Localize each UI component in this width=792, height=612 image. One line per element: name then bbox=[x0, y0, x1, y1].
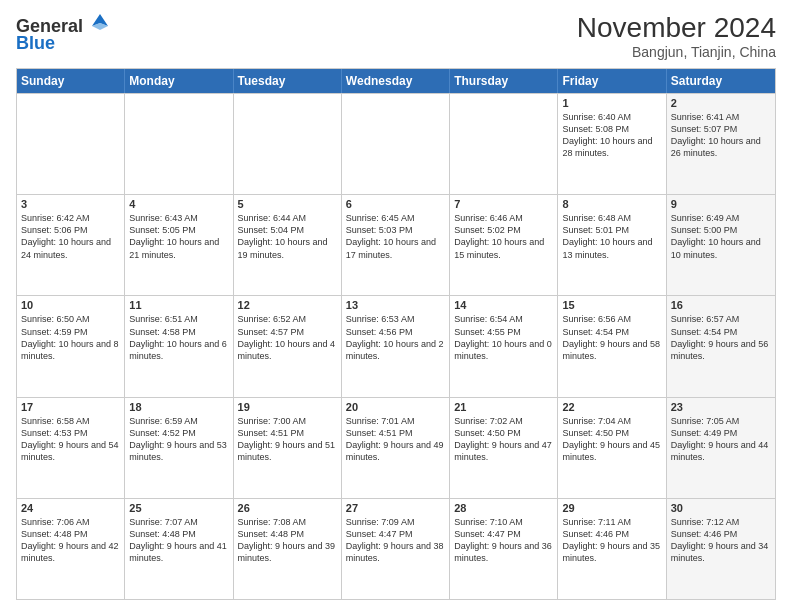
calendar-row: 10Sunrise: 6:50 AM Sunset: 4:59 PM Dayli… bbox=[17, 295, 775, 396]
cell-details: Sunrise: 7:06 AM Sunset: 4:48 PM Dayligh… bbox=[21, 516, 120, 565]
day-number: 3 bbox=[21, 198, 120, 210]
cell-details: Sunrise: 6:57 AM Sunset: 4:54 PM Dayligh… bbox=[671, 313, 771, 362]
calendar-cell: 14Sunrise: 6:54 AM Sunset: 4:55 PM Dayli… bbox=[450, 296, 558, 396]
cell-details: Sunrise: 7:12 AM Sunset: 4:46 PM Dayligh… bbox=[671, 516, 771, 565]
day-number: 24 bbox=[21, 502, 120, 514]
day-number: 11 bbox=[129, 299, 228, 311]
cell-details: Sunrise: 6:52 AM Sunset: 4:57 PM Dayligh… bbox=[238, 313, 337, 362]
calendar-cell bbox=[342, 94, 450, 194]
weekday-header: Thursday bbox=[450, 69, 558, 93]
day-number: 14 bbox=[454, 299, 553, 311]
calendar-cell: 7Sunrise: 6:46 AM Sunset: 5:02 PM Daylig… bbox=[450, 195, 558, 295]
cell-details: Sunrise: 7:02 AM Sunset: 4:50 PM Dayligh… bbox=[454, 415, 553, 464]
cell-details: Sunrise: 7:07 AM Sunset: 4:48 PM Dayligh… bbox=[129, 516, 228, 565]
calendar-cell: 1Sunrise: 6:40 AM Sunset: 5:08 PM Daylig… bbox=[558, 94, 666, 194]
calendar-cell: 12Sunrise: 6:52 AM Sunset: 4:57 PM Dayli… bbox=[234, 296, 342, 396]
day-number: 27 bbox=[346, 502, 445, 514]
weekday-header: Friday bbox=[558, 69, 666, 93]
calendar-cell: 26Sunrise: 7:08 AM Sunset: 4:48 PM Dayli… bbox=[234, 499, 342, 599]
day-number: 13 bbox=[346, 299, 445, 311]
day-number: 20 bbox=[346, 401, 445, 413]
cell-details: Sunrise: 6:51 AM Sunset: 4:58 PM Dayligh… bbox=[129, 313, 228, 362]
calendar-row: 17Sunrise: 6:58 AM Sunset: 4:53 PM Dayli… bbox=[17, 397, 775, 498]
cell-details: Sunrise: 6:58 AM Sunset: 4:53 PM Dayligh… bbox=[21, 415, 120, 464]
day-number: 6 bbox=[346, 198, 445, 210]
cell-details: Sunrise: 6:53 AM Sunset: 4:56 PM Dayligh… bbox=[346, 313, 445, 362]
calendar-cell: 10Sunrise: 6:50 AM Sunset: 4:59 PM Dayli… bbox=[17, 296, 125, 396]
calendar-row: 3Sunrise: 6:42 AM Sunset: 5:06 PM Daylig… bbox=[17, 194, 775, 295]
title-block: November 2024 Bangjun, Tianjin, China bbox=[577, 12, 776, 60]
day-number: 4 bbox=[129, 198, 228, 210]
day-number: 8 bbox=[562, 198, 661, 210]
calendar-cell bbox=[234, 94, 342, 194]
cell-details: Sunrise: 7:00 AM Sunset: 4:51 PM Dayligh… bbox=[238, 415, 337, 464]
calendar-cell: 22Sunrise: 7:04 AM Sunset: 4:50 PM Dayli… bbox=[558, 398, 666, 498]
calendar-cell: 16Sunrise: 6:57 AM Sunset: 4:54 PM Dayli… bbox=[667, 296, 775, 396]
cell-details: Sunrise: 7:11 AM Sunset: 4:46 PM Dayligh… bbox=[562, 516, 661, 565]
calendar-cell: 27Sunrise: 7:09 AM Sunset: 4:47 PM Dayli… bbox=[342, 499, 450, 599]
cell-details: Sunrise: 6:41 AM Sunset: 5:07 PM Dayligh… bbox=[671, 111, 771, 160]
page: General Blue November 2024 Bangjun, Tian… bbox=[0, 0, 792, 612]
calendar-cell: 9Sunrise: 6:49 AM Sunset: 5:00 PM Daylig… bbox=[667, 195, 775, 295]
calendar-cell: 13Sunrise: 6:53 AM Sunset: 4:56 PM Dayli… bbox=[342, 296, 450, 396]
calendar-cell bbox=[450, 94, 558, 194]
calendar-cell: 24Sunrise: 7:06 AM Sunset: 4:48 PM Dayli… bbox=[17, 499, 125, 599]
subtitle: Bangjun, Tianjin, China bbox=[577, 44, 776, 60]
cell-details: Sunrise: 6:49 AM Sunset: 5:00 PM Dayligh… bbox=[671, 212, 771, 261]
cell-details: Sunrise: 7:09 AM Sunset: 4:47 PM Dayligh… bbox=[346, 516, 445, 565]
weekday-header: Tuesday bbox=[234, 69, 342, 93]
cell-details: Sunrise: 6:56 AM Sunset: 4:54 PM Dayligh… bbox=[562, 313, 661, 362]
calendar-cell: 6Sunrise: 6:45 AM Sunset: 5:03 PM Daylig… bbox=[342, 195, 450, 295]
calendar-cell: 17Sunrise: 6:58 AM Sunset: 4:53 PM Dayli… bbox=[17, 398, 125, 498]
day-number: 29 bbox=[562, 502, 661, 514]
calendar-row: 24Sunrise: 7:06 AM Sunset: 4:48 PM Dayli… bbox=[17, 498, 775, 599]
calendar-cell: 30Sunrise: 7:12 AM Sunset: 4:46 PM Dayli… bbox=[667, 499, 775, 599]
calendar-cell: 20Sunrise: 7:01 AM Sunset: 4:51 PM Dayli… bbox=[342, 398, 450, 498]
day-number: 22 bbox=[562, 401, 661, 413]
cell-details: Sunrise: 7:10 AM Sunset: 4:47 PM Dayligh… bbox=[454, 516, 553, 565]
cell-details: Sunrise: 7:01 AM Sunset: 4:51 PM Dayligh… bbox=[346, 415, 445, 464]
day-number: 7 bbox=[454, 198, 553, 210]
weekday-header: Wednesday bbox=[342, 69, 450, 93]
header: General Blue November 2024 Bangjun, Tian… bbox=[16, 12, 776, 60]
day-number: 16 bbox=[671, 299, 771, 311]
calendar-cell: 3Sunrise: 6:42 AM Sunset: 5:06 PM Daylig… bbox=[17, 195, 125, 295]
weekday-header: Saturday bbox=[667, 69, 775, 93]
calendar-row: 1Sunrise: 6:40 AM Sunset: 5:08 PM Daylig… bbox=[17, 93, 775, 194]
logo: General Blue bbox=[16, 12, 110, 54]
day-number: 2 bbox=[671, 97, 771, 109]
day-number: 12 bbox=[238, 299, 337, 311]
cell-details: Sunrise: 6:45 AM Sunset: 5:03 PM Dayligh… bbox=[346, 212, 445, 261]
day-number: 23 bbox=[671, 401, 771, 413]
calendar-cell: 29Sunrise: 7:11 AM Sunset: 4:46 PM Dayli… bbox=[558, 499, 666, 599]
cell-details: Sunrise: 7:08 AM Sunset: 4:48 PM Dayligh… bbox=[238, 516, 337, 565]
day-number: 18 bbox=[129, 401, 228, 413]
cell-details: Sunrise: 7:04 AM Sunset: 4:50 PM Dayligh… bbox=[562, 415, 661, 464]
day-number: 26 bbox=[238, 502, 337, 514]
cell-details: Sunrise: 6:43 AM Sunset: 5:05 PM Dayligh… bbox=[129, 212, 228, 261]
day-number: 17 bbox=[21, 401, 120, 413]
calendar-cell: 11Sunrise: 6:51 AM Sunset: 4:58 PM Dayli… bbox=[125, 296, 233, 396]
calendar-header: SundayMondayTuesdayWednesdayThursdayFrid… bbox=[17, 69, 775, 93]
calendar-cell: 2Sunrise: 6:41 AM Sunset: 5:07 PM Daylig… bbox=[667, 94, 775, 194]
day-number: 1 bbox=[562, 97, 661, 109]
day-number: 10 bbox=[21, 299, 120, 311]
calendar-cell: 4Sunrise: 6:43 AM Sunset: 5:05 PM Daylig… bbox=[125, 195, 233, 295]
day-number: 25 bbox=[129, 502, 228, 514]
cell-details: Sunrise: 6:50 AM Sunset: 4:59 PM Dayligh… bbox=[21, 313, 120, 362]
logo-icon bbox=[90, 12, 110, 32]
weekday-header: Sunday bbox=[17, 69, 125, 93]
calendar: SundayMondayTuesdayWednesdayThursdayFrid… bbox=[16, 68, 776, 600]
calendar-cell bbox=[125, 94, 233, 194]
cell-details: Sunrise: 6:44 AM Sunset: 5:04 PM Dayligh… bbox=[238, 212, 337, 261]
cell-details: Sunrise: 6:54 AM Sunset: 4:55 PM Dayligh… bbox=[454, 313, 553, 362]
cell-details: Sunrise: 6:48 AM Sunset: 5:01 PM Dayligh… bbox=[562, 212, 661, 261]
cell-details: Sunrise: 6:46 AM Sunset: 5:02 PM Dayligh… bbox=[454, 212, 553, 261]
day-number: 30 bbox=[671, 502, 771, 514]
calendar-cell: 15Sunrise: 6:56 AM Sunset: 4:54 PM Dayli… bbox=[558, 296, 666, 396]
cell-details: Sunrise: 6:40 AM Sunset: 5:08 PM Dayligh… bbox=[562, 111, 661, 160]
weekday-header: Monday bbox=[125, 69, 233, 93]
day-number: 28 bbox=[454, 502, 553, 514]
calendar-cell bbox=[17, 94, 125, 194]
month-title: November 2024 bbox=[577, 12, 776, 44]
